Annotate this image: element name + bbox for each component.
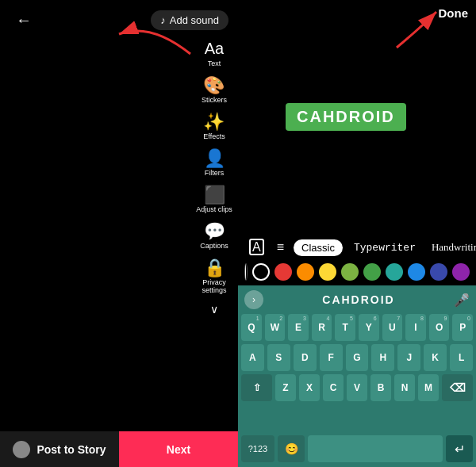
color-purple[interactable] bbox=[452, 263, 470, 281]
backspace-key[interactable]: ⌫ bbox=[442, 374, 473, 401]
filters-icon: 👤 bbox=[204, 150, 225, 167]
key-u[interactable]: U7 bbox=[382, 314, 403, 341]
key-k[interactable]: K bbox=[424, 344, 447, 371]
keyboard-top: › CAHDROID 🎤 bbox=[238, 285, 476, 314]
post-to-story-label: Post to Story bbox=[36, 443, 106, 456]
keyboard-area: › CAHDROID 🎤 Q1 W2 E3 R4 T5 Y6 U7 I8 O9 … bbox=[238, 285, 476, 467]
keyboard-row-2: A S D F G H J K L bbox=[241, 344, 473, 371]
keyboard-rows: Q1 W2 E3 R4 T5 Y6 U7 I8 O9 P0 A S D F G … bbox=[238, 314, 476, 432]
effects-tool[interactable]: ✨ Effects bbox=[203, 109, 225, 144]
key-p[interactable]: P0 bbox=[452, 314, 473, 341]
color-half-circle[interactable] bbox=[244, 263, 248, 281]
text-align-button[interactable]: ≡ bbox=[274, 239, 287, 256]
done-button[interactable]: Done bbox=[439, 6, 469, 20]
color-picker-row bbox=[238, 260, 476, 284]
num-key[interactable]: ?123 bbox=[241, 435, 274, 462]
effects-icon: ✨ bbox=[203, 113, 225, 131]
back-button[interactable]: ← bbox=[10, 8, 38, 33]
text-tool[interactable]: Aa Text bbox=[205, 36, 224, 71]
color-black[interactable] bbox=[252, 263, 270, 281]
add-sound-button[interactable]: ♪ Add sound bbox=[151, 10, 228, 30]
text-label[interactable]: CAHDROID bbox=[286, 103, 406, 131]
key-x[interactable]: X bbox=[299, 374, 320, 401]
key-h[interactable]: H bbox=[371, 344, 394, 371]
key-v[interactable]: V bbox=[347, 374, 367, 401]
captions-tool-label: Captions bbox=[200, 242, 228, 250]
key-y[interactable]: Y6 bbox=[359, 314, 379, 341]
filters-tool[interactable]: 👤 Filters bbox=[204, 146, 225, 181]
shift-key[interactable]: ⇧ bbox=[241, 374, 272, 401]
emoji-key[interactable]: 😊 bbox=[278, 435, 305, 462]
typewriter-style-button[interactable]: Typewriter bbox=[349, 240, 420, 255]
key-c[interactable]: C bbox=[323, 374, 344, 401]
classic-style-button[interactable]: Classic bbox=[294, 239, 343, 256]
key-o[interactable]: O9 bbox=[429, 314, 450, 341]
key-e[interactable]: E3 bbox=[288, 314, 309, 341]
captions-icon: 💬 bbox=[204, 223, 225, 240]
keyboard-row-1: Q1 W2 E3 R4 T5 Y6 U7 I8 O9 P0 bbox=[241, 314, 473, 341]
key-b[interactable]: B bbox=[370, 374, 391, 401]
color-green-light[interactable] bbox=[341, 263, 359, 281]
key-w[interactable]: W2 bbox=[265, 314, 286, 341]
stickers-tool-label: Stickers bbox=[202, 96, 227, 104]
text-tool-label: Text bbox=[208, 59, 221, 67]
adjust-icon: ⬛ bbox=[204, 186, 225, 204]
keyboard-text-display: CAHDROID bbox=[268, 293, 449, 306]
key-s[interactable]: S bbox=[267, 344, 290, 371]
key-t[interactable]: T5 bbox=[335, 314, 355, 341]
text-color-icon: A bbox=[249, 239, 264, 255]
key-l[interactable]: L bbox=[450, 344, 473, 371]
text-edit-toolbar: A ≡ Classic Typewriter Handwriting bbox=[238, 234, 476, 261]
post-to-story-button[interactable]: Post to Story bbox=[0, 431, 119, 467]
key-q[interactable]: Q1 bbox=[241, 314, 262, 341]
privacy-icon: 🔒 bbox=[204, 259, 225, 277]
top-bar: ← ♪ Add sound bbox=[0, 0, 238, 40]
keyboard-expand-button[interactable]: › bbox=[244, 290, 263, 309]
effects-tool-label: Effects bbox=[203, 132, 225, 140]
stickers-icon: 🎨 bbox=[203, 77, 225, 94]
color-indigo[interactable] bbox=[430, 263, 447, 281]
filters-tool-label: Filters bbox=[205, 169, 225, 177]
color-orange[interactable] bbox=[297, 263, 314, 281]
keyboard-bottom-row: ?123 😊 ↵ bbox=[238, 432, 476, 467]
key-f[interactable]: F bbox=[320, 344, 343, 371]
left-panel: ← ♪ Add sound Aa Text 🎨 Stickers ✨ Effec… bbox=[0, 0, 238, 467]
captions-tool[interactable]: 💬 Captions bbox=[200, 219, 228, 254]
key-g[interactable]: G bbox=[346, 344, 369, 371]
color-yellow[interactable] bbox=[319, 263, 336, 281]
stickers-tool[interactable]: 🎨 Stickers bbox=[202, 73, 227, 108]
color-green[interactable] bbox=[363, 263, 381, 281]
color-teal[interactable] bbox=[386, 263, 403, 281]
key-a[interactable]: A bbox=[241, 344, 264, 371]
chevron-down[interactable]: ∨ bbox=[210, 303, 218, 316]
color-blue[interactable] bbox=[408, 263, 425, 281]
text-label-container: CAHDROID bbox=[286, 103, 406, 131]
color-red[interactable] bbox=[274, 263, 292, 281]
key-z[interactable]: Z bbox=[275, 374, 296, 401]
adjust-tool-label: Adjust clips bbox=[196, 205, 232, 213]
key-m[interactable]: M bbox=[418, 374, 439, 401]
key-i[interactable]: I8 bbox=[405, 314, 426, 341]
key-j[interactable]: J bbox=[397, 344, 420, 371]
text-color-button[interactable]: A bbox=[246, 239, 267, 256]
right-toolbar: Aa Text 🎨 Stickers ✨ Effects 👤 Filters ⬛… bbox=[190, 36, 238, 316]
right-panel: Done CAHDROID A ≡ Classic Typewriter Han… bbox=[238, 0, 476, 467]
text-align-icon: ≡ bbox=[277, 240, 284, 254]
key-r[interactable]: R4 bbox=[312, 314, 332, 341]
music-icon: ♪ bbox=[160, 14, 166, 26]
privacy-tool[interactable]: 🔒 Privacy settings bbox=[190, 255, 238, 298]
keyboard-row-3: ⇧ Z X C V B N M ⌫ bbox=[241, 374, 473, 401]
privacy-tool-label: Privacy settings bbox=[190, 278, 238, 294]
keyboard-mic-button[interactable]: 🎤 bbox=[454, 293, 470, 308]
space-key[interactable] bbox=[308, 435, 443, 462]
key-n[interactable]: N bbox=[394, 374, 415, 401]
enter-key[interactable]: ↵ bbox=[446, 435, 473, 462]
key-d[interactable]: D bbox=[294, 344, 317, 371]
next-button[interactable]: Next bbox=[119, 431, 238, 467]
story-avatar bbox=[13, 441, 30, 458]
text-tool-icon: Aa bbox=[205, 40, 224, 58]
adjust-tool[interactable]: ⬛ Adjust clips bbox=[196, 182, 232, 217]
bottom-bar: Post to Story Next bbox=[0, 431, 238, 467]
handwriting-style-button[interactable]: Handwriting bbox=[427, 239, 476, 255]
add-sound-label: Add sound bbox=[170, 14, 219, 26]
